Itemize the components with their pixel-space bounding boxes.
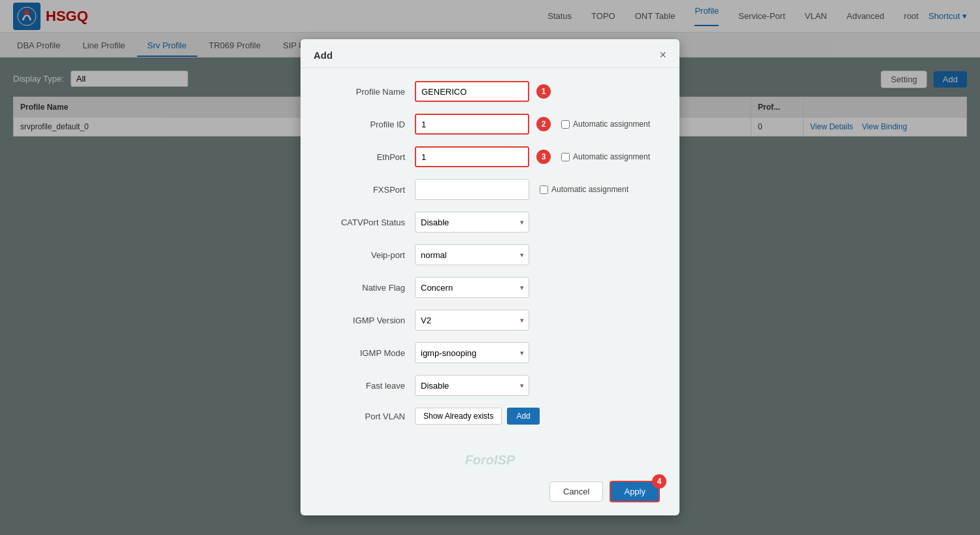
form-row-ethport: EthPort 3 Automatic assignment xyxy=(320,146,660,167)
native-flag-select[interactable]: Concern None xyxy=(415,277,529,298)
veipport-label: Veip-port xyxy=(320,250,405,260)
fast-leave-label: Fast leave xyxy=(320,381,405,391)
ethport-group: 3 Automatic assignment xyxy=(415,146,650,167)
form-row-native-flag: Native Flag Concern None xyxy=(320,277,660,298)
form-row-port-vlan: Port VLAN Show Already exists Add xyxy=(320,408,660,425)
apply-button-wrapper: Apply 4 xyxy=(610,481,660,502)
add-modal: Add × Profile Name 1 Profile ID xyxy=(301,39,679,515)
modal-overlay: Add × Profile Name 1 Profile ID xyxy=(0,0,980,535)
modal-close-button[interactable]: × xyxy=(659,49,666,61)
igmp-mode-label: IGMP Mode xyxy=(320,348,405,358)
fxsport-auto-label[interactable]: Automatic assignment xyxy=(540,185,629,194)
watermark-container: ForoISP xyxy=(301,449,679,471)
port-vlan-controls: Show Already exists Add xyxy=(415,408,540,425)
catvport-label: CATVPort Status xyxy=(320,218,405,227)
fast-leave-select-wrapper: Disable Enable xyxy=(415,375,529,396)
form-row-profile-name: Profile Name 1 xyxy=(320,81,660,102)
fxsport-group: Automatic assignment xyxy=(415,179,629,200)
form-row-igmp-version: IGMP Version V2 V3 xyxy=(320,310,660,331)
veipport-select[interactable]: normal none xyxy=(415,244,529,265)
profile-id-group: 2 Automatic assignment xyxy=(415,114,650,135)
fast-leave-select[interactable]: Disable Enable xyxy=(415,375,529,396)
profile-id-auto-text: Automatic assignment xyxy=(573,120,650,129)
igmp-mode-select-wrapper: igmp-snooping igmp-proxy xyxy=(415,342,529,363)
ethport-auto-text: Automatic assignment xyxy=(573,152,650,161)
profile-name-input[interactable] xyxy=(415,81,529,102)
igmp-mode-select[interactable]: igmp-snooping igmp-proxy xyxy=(415,342,529,363)
profile-name-label: Profile Name xyxy=(320,87,405,97)
profile-id-input[interactable] xyxy=(415,114,529,135)
profile-id-label: Profile ID xyxy=(320,120,405,129)
profile-name-group: 1 xyxy=(415,81,551,102)
ethport-auto-label[interactable]: Automatic assignment xyxy=(561,152,650,161)
form-row-catvport: CATVPort Status Disable Enable xyxy=(320,212,660,233)
ethport-input[interactable] xyxy=(415,146,529,167)
port-vlan-label: Port VLAN xyxy=(320,412,405,421)
veipport-select-wrapper: normal none xyxy=(415,244,529,265)
ethport-auto-checkbox[interactable] xyxy=(561,153,570,161)
igmp-version-select-wrapper: V2 V3 xyxy=(415,310,529,331)
modal-title: Add xyxy=(314,50,333,61)
modal-header: Add × xyxy=(301,39,679,68)
catvport-select[interactable]: Disable Enable xyxy=(415,212,529,233)
port-vlan-add-button[interactable]: Add xyxy=(507,408,539,425)
fxsport-auto-text: Automatic assignment xyxy=(551,185,629,194)
form-row-fxsport: FXSPort Automatic assignment xyxy=(320,179,660,200)
step-badge-4: 4 xyxy=(652,474,666,489)
main-content: Display Type: All Setting Add Profile Na… xyxy=(0,57,980,534)
modal-footer: Cancel Apply 4 xyxy=(301,471,679,515)
native-flag-label: Native Flag xyxy=(320,283,405,293)
cancel-button[interactable]: Cancel xyxy=(549,481,603,502)
form-row-profile-id: Profile ID 2 Automatic assignment xyxy=(320,114,660,135)
fxsport-label: FXSPort xyxy=(320,185,405,195)
modal-body: Profile Name 1 Profile ID 2 Automatic xyxy=(301,68,679,449)
igmp-version-select[interactable]: V2 V3 xyxy=(415,310,529,331)
step-badge-2: 2 xyxy=(536,117,551,131)
show-already-exists-button[interactable]: Show Already exists xyxy=(415,408,502,425)
fxsport-input[interactable] xyxy=(415,179,529,200)
step-badge-3: 3 xyxy=(536,150,551,164)
form-row-igmp-mode: IGMP Mode igmp-snooping igmp-proxy xyxy=(320,342,660,363)
step-badge-1: 1 xyxy=(536,84,551,99)
catvport-select-wrapper: Disable Enable xyxy=(415,212,529,233)
ethport-label: EthPort xyxy=(320,152,405,162)
native-flag-select-wrapper: Concern None xyxy=(415,277,529,298)
watermark: ForoISP xyxy=(301,449,679,471)
form-row-fast-leave: Fast leave Disable Enable xyxy=(320,375,660,396)
fxsport-auto-checkbox[interactable] xyxy=(540,186,548,194)
igmp-version-label: IGMP Version xyxy=(320,316,405,325)
form-row-veipport: Veip-port normal none xyxy=(320,244,660,265)
profile-id-auto-label[interactable]: Automatic assignment xyxy=(561,120,650,129)
profile-id-auto-checkbox[interactable] xyxy=(561,120,570,129)
